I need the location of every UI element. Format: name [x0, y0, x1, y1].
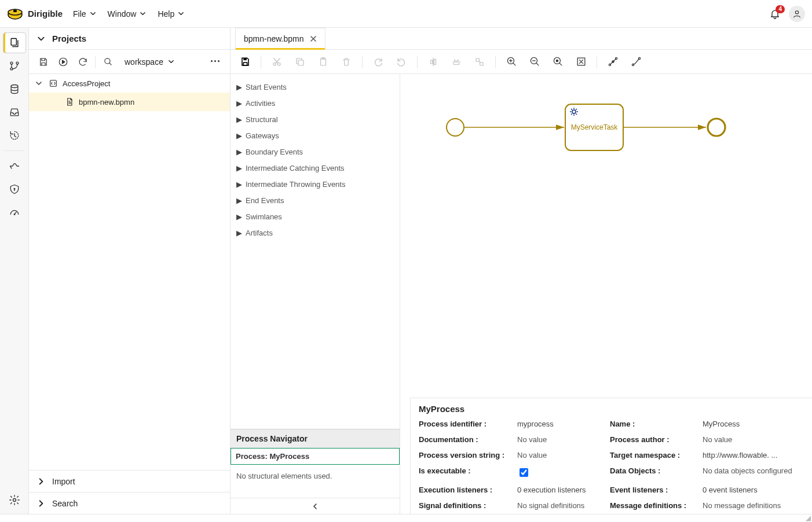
rail-flows[interactable] [3, 156, 26, 177]
navigator-title: Process Navigator [231, 429, 400, 449]
notifications-button[interactable]: 4 [769, 8, 781, 20]
rail-inbox[interactable] [3, 102, 26, 123]
pal-swimlanes[interactable]: ▶Swimlanes [236, 208, 394, 225]
menu-help-label: Help [158, 9, 174, 19]
tool-search[interactable] [98, 52, 118, 72]
pval-msg[interactable]: No message definitions configured [703, 501, 804, 512]
status-bar: ◢ [0, 514, 812, 522]
rail-git[interactable] [3, 56, 26, 76]
gear-icon [9, 494, 20, 506]
svg-rect-16 [243, 63, 247, 65]
etool-zoom-in[interactable] [500, 52, 522, 72]
tree-file-label: bpmn-new.bpmn [79, 98, 134, 106]
brand: Dirigible [7, 6, 63, 22]
editor-toolbar [231, 50, 812, 74]
rail-security[interactable] [3, 179, 26, 200]
pal-artifacts[interactable]: ▶Artifacts [236, 225, 394, 241]
pal-gateways[interactable]: ▶Gateways [236, 127, 394, 144]
files-icon [9, 37, 20, 49]
tree-project[interactable]: AccessProject [29, 74, 230, 93]
chevron-left-icon [312, 503, 319, 510]
rail-history[interactable] [3, 125, 26, 146]
pval-author[interactable]: No value [703, 435, 804, 444]
tool-save[interactable] [34, 52, 53, 72]
tree-project-label: AccessProject [63, 79, 110, 88]
pal-end-events[interactable]: ▶End Events [236, 192, 394, 208]
etool-bendpoint-remove[interactable] [625, 52, 647, 72]
tab-bar: bpmn-new.bpmn [231, 28, 812, 50]
workspace-label: workspace [125, 57, 163, 67]
rail-performance[interactable] [3, 202, 26, 223]
shield-icon [9, 183, 20, 195]
menu-file[interactable]: File [73, 9, 96, 19]
inbox-icon [9, 106, 20, 118]
chevron-down-icon [37, 35, 45, 43]
database-icon [9, 83, 20, 95]
pval-exec[interactable] [517, 466, 604, 479]
pal-boundary[interactable]: ▶Boundary Events [236, 144, 394, 160]
pval-tns[interactable]: http://www.flowable. ... [703, 451, 804, 459]
paste-icon [318, 57, 328, 67]
pal-int-throw[interactable]: ▶Intermediate Throwing Events [236, 176, 394, 192]
plabel-pid: Process identifier : [419, 420, 511, 428]
pval-evlist[interactable]: 0 event listeners [703, 486, 804, 494]
is-executable-checkbox[interactable] [520, 468, 528, 477]
pal-activities[interactable]: ▶Activities [236, 95, 394, 111]
copy-icon [295, 57, 305, 67]
etool-save[interactable] [234, 52, 256, 72]
pval-dobj[interactable]: No data objects configured [703, 466, 804, 475]
pval-name[interactable]: MyProcess [703, 420, 804, 428]
pal-label: End Events [246, 196, 284, 205]
pal-structural[interactable]: ▶Structural [236, 111, 394, 127]
etool-align-v [445, 52, 467, 72]
etool-zoom-out[interactable] [524, 52, 546, 72]
rail-database[interactable] [3, 79, 26, 100]
user-menu[interactable] [789, 6, 805, 22]
pal-label: Start Events [246, 83, 287, 91]
pval-doc[interactable]: No value [517, 435, 604, 444]
workspace-select[interactable]: workspace [118, 57, 181, 67]
tab-close[interactable] [310, 35, 317, 42]
properties-panel: MyProcess Process identifier : myprocess… [410, 398, 812, 514]
pval-pid[interactable]: myprocess [517, 420, 604, 428]
tool-more[interactable]: ··· [206, 52, 225, 72]
etool-zoom-fit[interactable] [570, 52, 592, 72]
navigator-process[interactable]: Process: MyProcess [231, 448, 400, 465]
tool-refresh[interactable] [73, 52, 93, 72]
end-event-node[interactable] [708, 119, 725, 136]
rail-settings[interactable] [3, 490, 26, 510]
rail-projects[interactable] [3, 32, 26, 53]
pval-sig[interactable]: No signal definitions configured [517, 501, 604, 512]
tree-file[interactable]: bpmn-new.bpmn [29, 93, 230, 111]
menu-help[interactable]: Help [158, 9, 184, 19]
pal-start-events[interactable]: ▶Start Events [236, 79, 394, 95]
panel-header-projects[interactable]: Projects [29, 28, 230, 50]
pval-pver[interactable]: No value [517, 451, 604, 459]
start-event-node[interactable] [447, 119, 464, 136]
pal-int-catch[interactable]: ▶Intermediate Catching Events [236, 160, 394, 176]
tab-bpmn[interactable]: bpmn-new.bpmn [235, 28, 325, 49]
etool-redo [367, 52, 389, 72]
chevron-down-icon [90, 10, 96, 17]
navigator-collapse[interactable] [231, 498, 400, 514]
etool-zoom-reset[interactable] [547, 52, 569, 72]
bpmn-canvas[interactable]: MyServiceTask MyProcess Process identifi… [400, 74, 812, 514]
plabel-sig: Signal definitions : [419, 501, 511, 510]
plabel-dobj: Data Objects : [610, 466, 697, 475]
palette-column: ▶Start Events ▶Activities ▶Structural ▶G… [231, 74, 400, 514]
etool-bendpoint-add[interactable] [602, 52, 624, 72]
panel-header-search[interactable]: Search [29, 492, 230, 514]
tool-run[interactable] [53, 52, 73, 72]
resize-grip-icon[interactable]: ◢ [806, 514, 811, 522]
chevron-down-icon [35, 80, 42, 87]
menu-window[interactable]: Window [108, 9, 147, 19]
tab-label: bpmn-new.bpmn [244, 34, 304, 43]
plabel-elist: Execution listeners : [419, 486, 511, 494]
menu-window-label: Window [108, 9, 137, 19]
etool-samesize [469, 52, 491, 72]
panel-header-import[interactable]: Import [29, 470, 230, 492]
separator [95, 56, 96, 68]
samesize-icon [474, 57, 485, 67]
etool-align-h [422, 52, 444, 72]
pval-elist[interactable]: 0 execution listeners [517, 486, 604, 494]
